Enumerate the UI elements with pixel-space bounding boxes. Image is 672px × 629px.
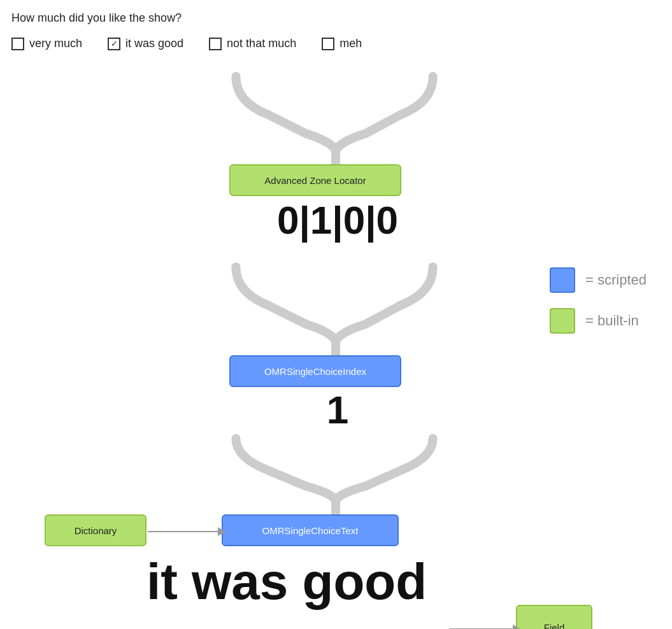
output-arrow-head bbox=[513, 625, 520, 629]
checkbox-it-was-good-label: it was good bbox=[125, 37, 183, 50]
omr-single-choice-index-node: OMRSingleChoiceIndex bbox=[229, 355, 401, 387]
checkbox-group: very much it was good not that much meh bbox=[11, 37, 362, 50]
checkbox-not-that-much[interactable]: not that much bbox=[209, 37, 296, 50]
legend-scripted: = scripted bbox=[550, 267, 647, 293]
diagram: Advanced Zone Locator 0|1|0|0 OMRSingleC… bbox=[0, 70, 672, 629]
binary-value-text: 0|1|0|0 bbox=[210, 197, 465, 243]
checkbox-meh-label: meh bbox=[340, 37, 362, 50]
index-value-text: 1 bbox=[210, 387, 465, 432]
checkbox-it-was-good-box[interactable] bbox=[108, 38, 120, 50]
legend-blue-square bbox=[550, 267, 575, 293]
output-arrow bbox=[449, 625, 520, 629]
arrow-head bbox=[218, 527, 225, 536]
legend-builtin: = built-in bbox=[550, 308, 647, 334]
advanced-zone-locator-node: Advanced Zone Locator bbox=[229, 164, 401, 196]
legend-builtin-label: = built-in bbox=[585, 313, 639, 329]
dictionary-arrow bbox=[148, 527, 225, 536]
output-value-text: it was good bbox=[127, 553, 446, 611]
legend: = scripted = built-in bbox=[550, 267, 647, 334]
checkbox-not-that-much-label: not that much bbox=[227, 37, 296, 50]
checkbox-very-much[interactable]: very much bbox=[11, 37, 82, 50]
legend-scripted-label: = scripted bbox=[585, 272, 647, 288]
checkbox-meh[interactable]: meh bbox=[322, 37, 362, 50]
dictionary-node: Dictionary bbox=[45, 514, 147, 546]
checkbox-not-that-much-box[interactable] bbox=[209, 38, 222, 50]
checkbox-meh-box[interactable] bbox=[322, 38, 334, 50]
arrow-line bbox=[148, 531, 218, 532]
field-node: Field bbox=[516, 605, 592, 629]
omr-single-choice-text-node: OMRSingleChoiceText bbox=[222, 514, 399, 546]
question-text: How much did you like the show? bbox=[11, 11, 182, 25]
legend-green-square bbox=[550, 308, 575, 334]
checkbox-it-was-good[interactable]: it was good bbox=[108, 37, 183, 50]
checkbox-very-much-label: very much bbox=[29, 37, 82, 50]
checkbox-very-much-box[interactable] bbox=[11, 38, 24, 50]
